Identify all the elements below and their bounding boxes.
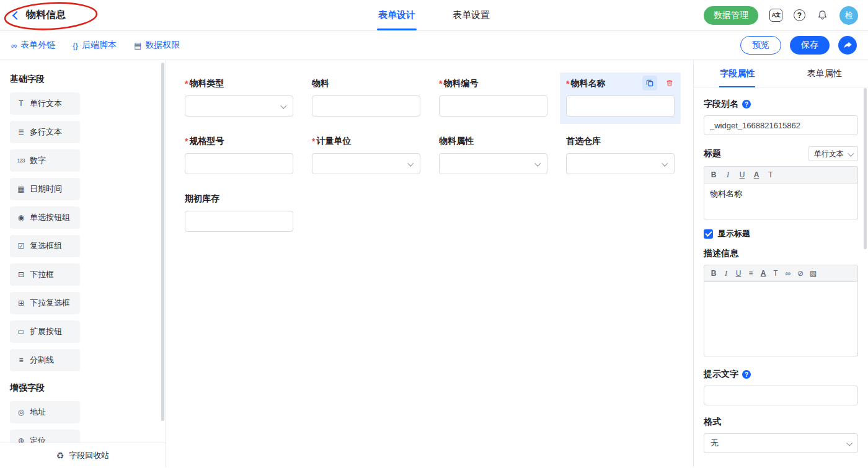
opening-stock-input[interactable] [185,211,293,232]
sidebar-item-number[interactable]: 123数字 [10,149,80,172]
form-field-material-name[interactable]: 物料名称 [560,73,681,124]
spec-model-input[interactable] [185,153,293,174]
form-field-preferred-warehouse[interactable]: 首选仓库 [560,130,681,182]
form-field-material-code[interactable]: 物料编号 [433,73,554,124]
form-external-link[interactable]: ∞ 表单外链 [11,40,55,51]
notification-bell-icon[interactable] [817,9,828,21]
form-field-material-type[interactable]: 物料类型 [179,73,299,124]
field-type-select[interactable]: 单行文本 [808,146,858,161]
field-alias-label: 字段别名 ? [704,99,858,110]
help-question-icon[interactable]: ? [742,100,751,108]
format-label: 格式 [704,417,858,428]
sidebar-item-label: 单选按钮组 [30,212,70,223]
sidebar-item-label: 地址 [30,407,46,418]
sidebar-item-radio-group[interactable]: ◉单选按钮组 [10,206,80,229]
sidebar-item-label: 数字 [30,155,46,166]
permission-icon: ▤ [134,41,141,50]
form-field-spec-model[interactable]: 规格型号 [179,130,299,182]
sidebar-item-dropdown[interactable]: ⊟下拉框 [10,263,80,286]
sidebar-item-divider[interactable]: ≡分割线 [10,349,80,371]
help-icon[interactable]: ? [794,9,805,21]
list-icon[interactable]: ≡ [748,269,754,278]
font-color-icon[interactable]: A [760,269,766,278]
recycle-bin-icon: ♻ [56,451,64,461]
share-button[interactable] [838,36,857,55]
sidebar-scrollbar[interactable] [161,63,164,421]
copy-icon [645,79,654,87]
language-icon[interactable]: A文 [769,9,782,22]
duplicate-field-button[interactable] [642,76,657,91]
hint-input[interactable] [704,386,858,405]
title-content-editor[interactable]: 物料名称 [704,183,858,219]
sidebar-item-single-line-text[interactable]: T单行文本 [10,92,80,115]
insert-image-icon[interactable]: ▧ [810,269,817,278]
form-field-material-attr[interactable]: 物料属性 [433,130,554,182]
link-icon[interactable]: ∞ [785,269,791,278]
material-type-select[interactable] [185,95,293,117]
number-icon: 123 [16,157,25,164]
font-size-icon[interactable]: T [768,170,774,179]
sidebar-item-checkbox-group[interactable]: ☑复选框组 [10,235,80,257]
underline-icon[interactable]: U [739,170,745,179]
tab-form-design[interactable]: 表单设计 [378,0,415,30]
data-manage-button[interactable]: 数据管理 [704,6,758,25]
material-attr-select[interactable] [439,153,547,174]
bold-icon[interactable]: B [711,269,717,278]
section-title-enhanced-fields: 增强字段 [10,382,156,394]
sidebar-item-address[interactable]: ◎地址 [10,401,80,423]
italic-icon[interactable]: I [725,170,731,180]
field-recycle-bin[interactable]: ♻ 字段回收站 [0,443,166,467]
tab-form-settings[interactable]: 表单设置 [453,0,490,30]
chevron-down-icon [407,160,414,166]
tab-form-properties[interactable]: 表单属性 [781,60,868,87]
underline-icon[interactable]: U [735,269,742,278]
field-label: 物料 [312,77,420,89]
window-scrollbar[interactable] [864,88,867,249]
header: 物料信息 表单设计 表单设置 数据管理 A文 ? 检 [0,0,868,31]
unlink-icon[interactable]: ⊘ [797,269,804,278]
help-question-icon[interactable]: ? [742,370,751,379]
chevron-down-icon [848,150,854,156]
font-size-icon[interactable]: T [773,269,779,278]
italic-icon[interactable]: I [723,269,729,278]
share-icon [843,41,852,50]
backend-script-link[interactable]: {} 后端脚本 [73,40,117,51]
description-content-editor[interactable] [704,282,858,356]
unit-select[interactable] [312,153,420,174]
chevron-down-icon [280,102,286,108]
checkbox-group-icon: ☑ [16,242,25,250]
form-field-unit[interactable]: 计量单位 [306,130,427,182]
address-icon: ◎ [16,408,25,417]
data-permission-link[interactable]: ▤ 数据权限 [134,40,180,51]
show-title-checkbox[interactable] [704,229,713,239]
preferred-warehouse-select[interactable] [566,153,675,174]
sidebar-item-datetime[interactable]: ▦日期时间 [10,178,80,200]
sidebar-item-label: 日期时间 [30,183,62,195]
back-icon[interactable] [12,11,21,19]
avatar[interactable]: 检 [839,6,858,25]
form-field-opening-stock[interactable]: 期初库存 [179,188,299,239]
delete-field-button[interactable] [662,76,677,91]
material-code-input[interactable] [439,95,547,117]
format-select[interactable]: 无 [704,433,858,453]
sidebar-item-label: 下拉复选框 [30,298,70,309]
field-alias-input[interactable] [704,115,858,135]
tab-field-properties[interactable]: 字段属性 [694,60,781,87]
description-label: 描述信息 [704,248,858,259]
preview-button[interactable]: 预览 [740,36,781,55]
title-label: 标题 [704,148,721,159]
field-label: 规格型号 [185,135,293,147]
bold-icon[interactable]: B [711,170,717,179]
sidebar-item-extend-button[interactable]: ▭扩展按钮 [10,320,80,343]
radio-group-icon: ◉ [16,213,25,222]
sidebar-item-multi-line-text[interactable]: ≣多行文本 [10,121,80,143]
selected-field-actions [642,76,677,91]
material-name-input[interactable] [566,95,675,117]
save-button[interactable]: 保存 [790,36,830,55]
form-field-material[interactable]: 物料 [306,73,427,124]
field-label: 物料属性 [439,135,547,147]
material-input[interactable] [312,95,420,117]
sidebar-item-dropdown-multi[interactable]: ⊞下拉复选框 [10,292,80,314]
dropdown-icon: ⊟ [16,270,25,279]
font-color-icon[interactable]: A [753,170,760,179]
